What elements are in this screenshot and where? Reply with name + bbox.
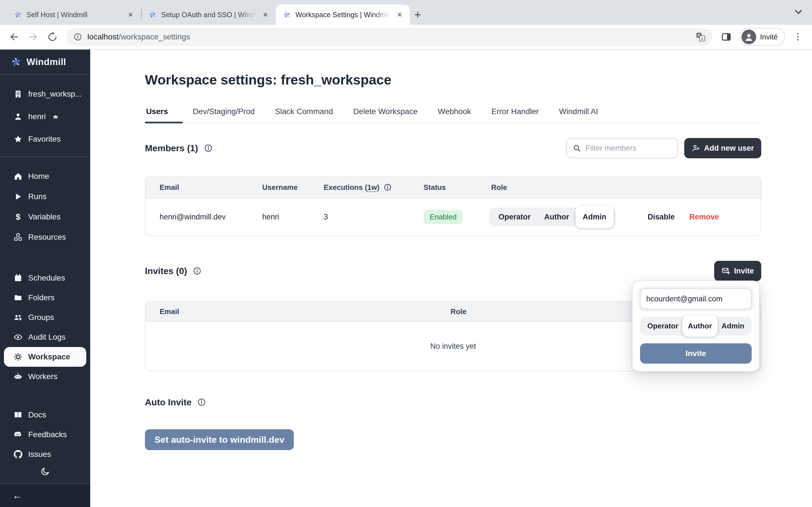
side-panel-button[interactable] [718, 29, 735, 45]
collapse-sidebar-icon[interactable]: ← [12, 490, 22, 501]
tab-error-handler[interactable]: Error Handler [481, 104, 549, 123]
status-badge: Enabled [423, 210, 463, 224]
new-tab-button[interactable]: + [414, 9, 421, 20]
sidebar-item-schedules[interactable]: Schedules [0, 268, 90, 288]
windmill-favicon [148, 10, 157, 19]
add-new-user-button[interactable]: Add new user [684, 138, 761, 158]
auto-invite-info-icon[interactable] [197, 398, 206, 407]
members-info-icon[interactable] [204, 144, 213, 153]
folder-icon [13, 293, 22, 302]
sidebar-item-groups[interactable]: Groups [0, 307, 90, 327]
role-segmented-control: Operator Author Admin [490, 208, 615, 226]
sidebar-item-label: Groups [28, 313, 54, 322]
sidebar-item-user-menu[interactable]: henri [0, 105, 90, 128]
sidebar-item-favorites[interactable]: Favorites [0, 128, 90, 151]
tab-title: Setup OAuth and SSO | Windm [161, 11, 256, 19]
url-text: localhost/workspace_settings [87, 33, 190, 41]
sidebar-item-label: henri [28, 112, 46, 121]
sidebar-item-workspace[interactable]: Workspace [4, 347, 86, 367]
executions-info-icon[interactable] [384, 183, 392, 191]
browser-tab-self-host[interactable]: Self Host | Windmill × [7, 4, 141, 25]
role-option-admin[interactable]: Admin [575, 206, 614, 228]
sidebar-nav-bottom: Docs Feedbacks Issues [0, 405, 90, 464]
auto-invite-heading: Auto Invite [145, 397, 192, 407]
invite-submit-button[interactable]: Invite [640, 343, 752, 363]
set-auto-invite-button[interactable]: Set auto-invite to windmill.dev [145, 429, 294, 450]
invite-role-operator[interactable]: Operator [643, 319, 683, 333]
filter-members-box[interactable] [566, 138, 678, 158]
app-frame: Windmill fresh_worksp... henri [0, 50, 812, 507]
page-title: Workspace settings: fresh_workspace [145, 71, 761, 89]
invite-role-segmented-control: Operator Author Admin [640, 317, 752, 335]
tab-slack-command[interactable]: Slack Command [265, 104, 343, 123]
sidebar-item-issues[interactable]: Issues [0, 445, 90, 464]
calendar-icon [13, 274, 22, 283]
members-header: Members (1) Add new user [145, 138, 761, 158]
invite-button[interactable]: Invite [714, 261, 761, 281]
browser-tab-oauth-sso[interactable]: Setup OAuth and SSO | Windm × [142, 4, 276, 25]
windmill-logo[interactable]: Windmill [0, 50, 90, 74]
address-bar[interactable]: localhost/workspace_settings G A [66, 28, 712, 46]
sidebar-item-variables[interactable]: $ Variables [0, 207, 90, 227]
tab-title: Workspace Settings | Windmill [296, 11, 390, 19]
forward-button[interactable] [25, 29, 42, 45]
dark-mode-toggle[interactable] [0, 464, 90, 479]
sidebar-item-label: fresh_worksp... [28, 90, 82, 99]
disable-button[interactable]: Disable [648, 213, 675, 221]
translate-icon[interactable]: G A [696, 32, 705, 42]
remove-button[interactable]: Remove [689, 213, 719, 221]
users-icon [13, 313, 22, 322]
member-email: henri@windmill.dev [146, 213, 248, 221]
tab-title: Self Host | Windmill [27, 11, 121, 19]
sidebar-item-label: Feedbacks [28, 430, 67, 439]
sidebar-nav-primary: Home Runs $ Variables Resources [0, 166, 90, 247]
tab-webhook[interactable]: Webhook [428, 104, 481, 123]
role-option-author[interactable]: Author [538, 210, 576, 224]
tab-close-icon[interactable]: × [126, 9, 135, 20]
sidebar-item-home[interactable]: Home [0, 166, 90, 186]
mail-plus-icon [721, 267, 730, 275]
invites-info-icon[interactable] [193, 267, 202, 276]
col-executions: Executions (1w) [310, 183, 409, 192]
discord-icon [13, 430, 22, 439]
tab-users[interactable]: Users [145, 104, 183, 123]
sidebar-item-audit-logs[interactable]: Audit Logs [0, 327, 90, 347]
tab-search-chevron-icon[interactable] [793, 6, 804, 17]
sidebar-item-resources[interactable]: Resources [0, 227, 90, 247]
browser-menu-button[interactable] [790, 29, 806, 45]
invite-email-input[interactable] [640, 288, 752, 309]
search-icon [573, 144, 581, 152]
tab-delete-workspace[interactable]: Delete Workspace [343, 104, 428, 123]
sidebar-item-feedbacks[interactable]: Feedbacks [0, 425, 90, 445]
star-icon [13, 135, 22, 144]
tab-windmill-ai[interactable]: Windmill AI [549, 104, 608, 123]
tab-close-icon[interactable]: × [395, 9, 404, 20]
site-info-icon[interactable] [73, 33, 82, 41]
avatar [742, 30, 756, 44]
sidebar-item-docs[interactable]: Docs [0, 405, 90, 425]
reload-button[interactable] [44, 29, 61, 45]
invite-role-admin[interactable]: Admin [717, 319, 749, 333]
profile-chip[interactable]: Invité [739, 28, 785, 46]
tab-close-icon[interactable]: × [260, 9, 270, 20]
svg-text:A: A [701, 37, 703, 41]
sidebar-item-folders[interactable]: Folders [0, 288, 90, 307]
back-button[interactable] [6, 29, 22, 45]
col-email: Email [146, 183, 248, 192]
eye-icon [13, 333, 22, 342]
building-icon [13, 90, 22, 99]
sidebar-item-label: Folders [28, 293, 54, 302]
sidebar-item-runs[interactable]: Runs [0, 186, 90, 207]
role-option-operator[interactable]: Operator [492, 210, 538, 224]
col-role: Role [477, 183, 761, 192]
sidebar-item-workers[interactable]: Workers [0, 367, 90, 386]
tab-dev-staging-prod[interactable]: Dev/Staging/Prod [183, 104, 265, 123]
profile-name: Invité [760, 33, 777, 41]
sidebar-workspace-group: fresh_worksp... henri Favorites [0, 75, 90, 157]
reload-icon [47, 32, 58, 42]
invite-role-author[interactable]: Author [682, 316, 718, 337]
browser-tab-workspace-settings[interactable]: Workspace Settings | Windmill × [276, 4, 410, 25]
sidebar-item-workspace-switcher[interactable]: fresh_worksp... [0, 83, 90, 105]
user-plus-icon [692, 144, 700, 152]
filter-members-input[interactable] [586, 144, 672, 153]
